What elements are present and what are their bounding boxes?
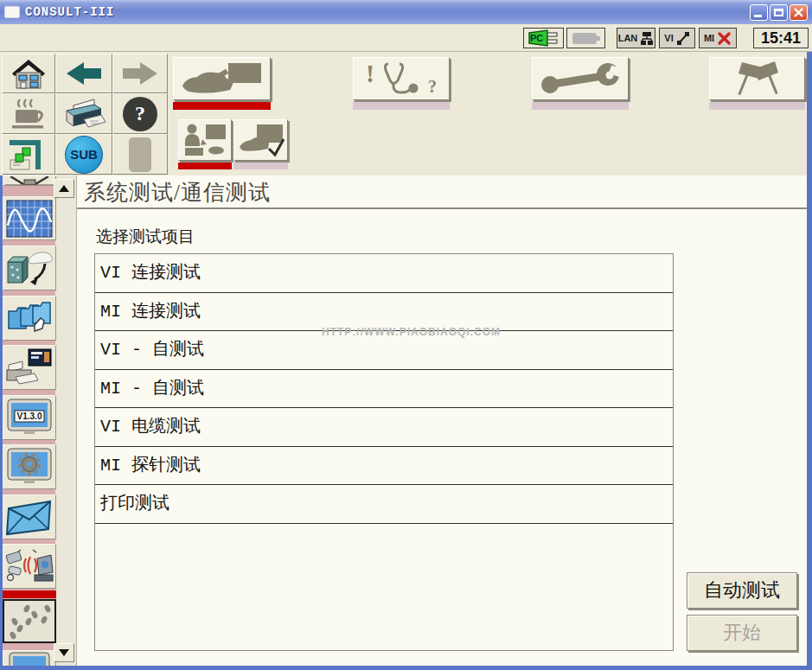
sidebar-item-tracking[interactable] (3, 599, 56, 643)
settings-screen-icon (6, 447, 53, 487)
test-probes-icon (3, 176, 55, 186)
clock-time: 15:41 (761, 29, 801, 48)
final-check-button[interactable] (709, 57, 805, 100)
sidebar-item-measurement[interactable] (3, 175, 56, 186)
sidebar: V1.3.0 (0, 175, 76, 670)
test-item-list: VI 连接测试 MI 连接测试 VI - 自测试 MI - 自测试 VI 电缆测… (94, 253, 674, 651)
crossed-flags-icon (730, 60, 785, 98)
ecu-car-icon (5, 248, 54, 288)
envelope-icon (5, 498, 54, 536)
list-item[interactable]: VI 连接测试 (95, 254, 673, 293)
sub-icon: SUB (65, 136, 103, 174)
sidebar-item-settings[interactable] (3, 444, 56, 489)
vehicle-check-button[interactable] (233, 119, 288, 161)
scroll-down-icon (59, 649, 69, 656)
window-title: CONSULT-III (25, 5, 114, 19)
sidebar-item-ecu-data[interactable] (3, 246, 56, 290)
home-icon (9, 56, 48, 91)
wrench-icon (537, 61, 623, 96)
app-window-icon (8, 137, 49, 173)
battery-indicator (566, 28, 605, 48)
status-bar: PC LAN VI MI (0, 24, 812, 52)
close-icon (793, 7, 804, 18)
battery-icon (571, 29, 602, 47)
main-content: 系统测试/通信测试 选择测试项目 VI 连接测试 MI 连接测试 VI - 自测… (76, 175, 807, 666)
maximize-button[interactable] (770, 4, 788, 21)
oscilloscope-icon (6, 200, 53, 238)
stethoscope-icon: ! ? (366, 61, 437, 97)
printer-card-icon (5, 348, 54, 387)
auto-test-button[interactable]: 自动测试 (687, 572, 797, 609)
sidebar-scroll-down-button[interactable] (54, 643, 74, 662)
wireless-devices-icon (5, 546, 54, 586)
blank-tool-button[interactable] (112, 134, 168, 175)
folders-hand-icon (5, 299, 54, 337)
car-check-icon (237, 122, 285, 158)
consult-iii-window: CONSULT-III PC (0, 0, 812, 670)
mi-error-icon (717, 31, 732, 46)
vi-link-icon (676, 31, 690, 46)
select-test-subtitle: 选择测试项目 (96, 226, 195, 248)
final-check-underline (709, 102, 805, 110)
sidebar-item-file-select[interactable] (3, 296, 56, 341)
window-border-bottom (0, 666, 812, 670)
operator-computer-icon (182, 122, 228, 158)
lan-status-indicator: LAN (617, 28, 655, 48)
sidebar-item-mail[interactable] (3, 495, 56, 539)
print-button[interactable] (55, 93, 112, 134)
blank-icon (129, 137, 151, 172)
sidebar-item-print-card[interactable] (3, 345, 56, 390)
list-item[interactable]: 打印测试 (95, 485, 673, 524)
title-bar[interactable]: CONSULT-III (0, 0, 812, 24)
list-item[interactable]: MI 探针测试 (95, 447, 673, 486)
mi-label: MI (704, 33, 714, 43)
vehicle-connection-button[interactable] (173, 57, 271, 100)
list-item[interactable]: MI - 自测试 (95, 370, 673, 409)
sidebar-scroll-track[interactable] (55, 175, 76, 670)
window-controls (750, 4, 808, 21)
diagnosis-underline (353, 102, 450, 110)
vi-status-indicator: VI (659, 28, 695, 48)
printer-icon (61, 96, 106, 132)
close-button[interactable] (790, 4, 808, 21)
list-item[interactable]: VI 电缆测试 (95, 408, 673, 447)
maintenance-underline (532, 102, 629, 110)
applications-button[interactable] (2, 134, 55, 175)
sidebar-item-oscilloscope[interactable] (3, 196, 56, 240)
pc-power-indicator: PC (523, 28, 564, 48)
lan-network-icon (640, 31, 654, 46)
start-button[interactable]: 开始 (687, 615, 797, 651)
vehicle-active-underline (173, 102, 271, 110)
window-border-left (0, 175, 3, 670)
scroll-up-icon (59, 185, 69, 192)
mi-status-indicator: MI (699, 28, 737, 48)
window-icon (4, 6, 20, 18)
sidebar-scroll-up-button[interactable] (54, 179, 74, 198)
system-test-button[interactable] (178, 119, 232, 161)
wireless-active-underline (3, 590, 56, 598)
sidebar-item-version[interactable]: V1.3.0 (3, 395, 56, 440)
maintenance-button[interactable] (532, 57, 629, 100)
maximize-icon (774, 9, 783, 16)
back-button[interactable] (55, 54, 112, 93)
watermark: HTTP://WWW.PIAOBIAOQI.COM (322, 326, 501, 338)
pc-label: PC (530, 33, 543, 43)
minimize-button[interactable] (750, 4, 768, 21)
diagnosis-button[interactable]: ! ? (353, 57, 450, 100)
system-test-active-underline (178, 163, 232, 169)
vi-label: VI (664, 33, 673, 43)
version-screen-icon: V1.3.0 (6, 398, 53, 437)
pause-coffee-button[interactable] (2, 93, 55, 134)
help-icon: ? (123, 97, 157, 131)
car-to-screen-icon (179, 61, 265, 97)
forward-button[interactable] (112, 54, 168, 93)
back-arrow-icon (65, 61, 103, 86)
home-button[interactable] (2, 54, 55, 93)
sidebar-item-wireless-comm[interactable] (3, 544, 56, 589)
sub-mode-button[interactable]: SUB (55, 134, 112, 175)
footprints-icon (6, 603, 53, 641)
help-button[interactable]: ? (112, 93, 168, 134)
window-border-right (807, 52, 812, 670)
vehicle-check-underline (233, 163, 288, 169)
lan-label: LAN (618, 33, 638, 43)
